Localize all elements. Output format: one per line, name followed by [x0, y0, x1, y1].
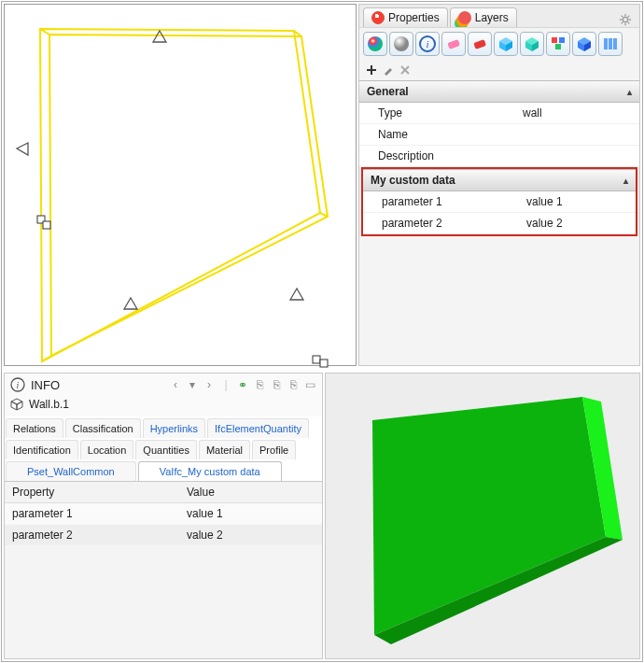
- th-value[interactable]: Value: [179, 482, 322, 503]
- svg-line-20: [628, 21, 630, 23]
- info-panel: i INFO ‹ ▾ › | ⚭ ⎘ ⎘ ⎘ ▭ Wall.b.1: [4, 373, 323, 659]
- nav-prev[interactable]: ‹: [169, 378, 182, 391]
- tab-properties[interactable]: Properties: [363, 7, 448, 27]
- general-val-name: [523, 128, 634, 141]
- itab-quantities[interactable]: Quantities: [135, 440, 197, 459]
- info-header: i INFO ‹ ▾ › | ⚭ ⎘ ⎘ ⎘ ▭: [5, 374, 322, 396]
- nav-link-icon[interactable]: ⚭: [236, 378, 249, 391]
- svg-rect-9: [320, 360, 328, 367]
- section-general-header[interactable]: General ▴: [359, 80, 639, 103]
- th-property[interactable]: Property: [5, 482, 179, 503]
- section-general-title: General: [367, 85, 409, 98]
- nav-clip1[interactable]: ⎘: [253, 378, 266, 391]
- tool-cubes-multi[interactable]: [546, 32, 570, 56]
- svg-point-23: [368, 36, 383, 51]
- shaded-viewport[interactable]: [325, 373, 640, 659]
- properties-panel: Properties Layers i: [358, 4, 640, 366]
- itab-hyperlinks[interactable]: Hyperlinks: [143, 418, 205, 438]
- tool-eraser-pink[interactable]: [441, 32, 466, 56]
- custom-row-1[interactable]: parameter 1 value 1: [363, 191, 636, 213]
- nav-clip2[interactable]: ⎘: [270, 378, 283, 391]
- itab-ifcelementquantity[interactable]: IfcElementQuantity: [207, 418, 309, 438]
- edit-button[interactable]: [382, 63, 395, 77]
- tool-cube-teal[interactable]: [520, 32, 544, 56]
- itab-profile[interactable]: Profile: [252, 440, 296, 459]
- gear-icon[interactable]: [619, 13, 632, 26]
- nav-sep: |: [219, 378, 232, 391]
- itab-relations[interactable]: Relations: [6, 418, 63, 438]
- nav-dropdown[interactable]: ▾: [186, 378, 199, 391]
- table-row[interactable]: parameter 1 value 1: [5, 503, 322, 525]
- section-custom-header[interactable]: My custom data ▴: [363, 169, 636, 191]
- svg-text:i: i: [17, 380, 20, 390]
- tool-grey-sphere[interactable]: [389, 32, 413, 56]
- table-row[interactable]: parameter 2 value 2: [5, 525, 322, 546]
- object-icon: [10, 398, 23, 411]
- nav-view[interactable]: ▭: [303, 378, 316, 391]
- svg-marker-12: [124, 298, 137, 309]
- svg-line-22: [628, 15, 630, 17]
- mini-toolbar: [359, 60, 639, 80]
- itab-material[interactable]: Material: [199, 440, 250, 459]
- info-icon: i: [10, 377, 25, 392]
- itab-classification[interactable]: Classification: [65, 418, 141, 438]
- general-key-desc: Description: [378, 149, 523, 162]
- svg-marker-50: [11, 399, 22, 404]
- delete-button[interactable]: [399, 63, 412, 77]
- toolbar: i: [359, 27, 639, 60]
- general-key-type: Type: [378, 106, 523, 120]
- custom-key-1: parameter 1: [382, 195, 526, 208]
- svg-rect-7: [43, 221, 50, 229]
- general-row-type[interactable]: Type wall: [359, 103, 639, 124]
- svg-marker-0: [40, 29, 320, 361]
- general-row-desc[interactable]: Description: [359, 146, 639, 167]
- tool-columns[interactable]: [598, 32, 623, 56]
- object-name: Wall.b.1: [29, 398, 69, 411]
- top-row: Properties Layers i: [2, 2, 642, 371]
- tool-color-sphere[interactable]: [363, 32, 387, 56]
- tab-layers-label: Layers: [475, 11, 509, 24]
- object-name-row: Wall.b.1: [5, 396, 322, 416]
- cell-val-2: value 2: [179, 525, 322, 546]
- svg-rect-36: [559, 37, 565, 43]
- itab-vaifc-customdata[interactable]: VaIfc_My custom data: [138, 461, 282, 481]
- itab-pset-wallcommon[interactable]: Pset_WallCommon: [6, 461, 136, 481]
- svg-rect-42: [609, 38, 612, 49]
- svg-line-5: [42, 356, 51, 361]
- tool-cube-solid[interactable]: [572, 32, 596, 56]
- properties-icon: [371, 11, 385, 24]
- custom-row-2[interactable]: parameter 2 value 2: [363, 213, 636, 234]
- itab-identification[interactable]: Identification: [6, 440, 78, 459]
- add-button[interactable]: [365, 63, 378, 77]
- custom-data-highlight: My custom data ▴ parameter 1 value 1 par…: [361, 167, 637, 236]
- info-fill: [5, 546, 322, 658]
- tool-cube-blue[interactable]: [494, 32, 518, 56]
- nav-clip3[interactable]: ⎘: [287, 378, 300, 391]
- svg-marker-52: [17, 402, 22, 410]
- wireframe-viewport[interactable]: [4, 4, 357, 366]
- nav-next[interactable]: ›: [203, 378, 216, 391]
- green-wall-render: [326, 374, 640, 654]
- cell-prop-1: parameter 1: [5, 503, 179, 525]
- wireframe-drawing: [5, 5, 356, 369]
- tab-properties-label: Properties: [388, 11, 440, 24]
- svg-rect-41: [604, 38, 608, 49]
- custom-val-1: value 1: [526, 195, 630, 208]
- svg-marker-1: [49, 35, 328, 356]
- svg-point-24: [394, 36, 409, 51]
- svg-line-19: [622, 15, 623, 17]
- itab-location[interactable]: Location: [80, 440, 134, 459]
- general-key-name: Name: [378, 128, 523, 141]
- tab-layers[interactable]: Layers: [450, 7, 517, 27]
- general-row-name[interactable]: Name: [359, 124, 639, 146]
- svg-marker-51: [11, 402, 17, 410]
- side-panel-fill: [359, 236, 639, 365]
- svg-line-21: [622, 21, 623, 23]
- general-val-type: wall: [523, 106, 634, 120]
- svg-rect-35: [552, 37, 557, 43]
- tool-info-circle[interactable]: i: [415, 32, 440, 56]
- general-val-desc: [523, 149, 634, 162]
- app-frame: Properties Layers i: [1, 1, 643, 662]
- property-table: Property Value parameter 1 value 1 param…: [5, 482, 322, 546]
- tool-eraser-red[interactable]: [468, 32, 492, 56]
